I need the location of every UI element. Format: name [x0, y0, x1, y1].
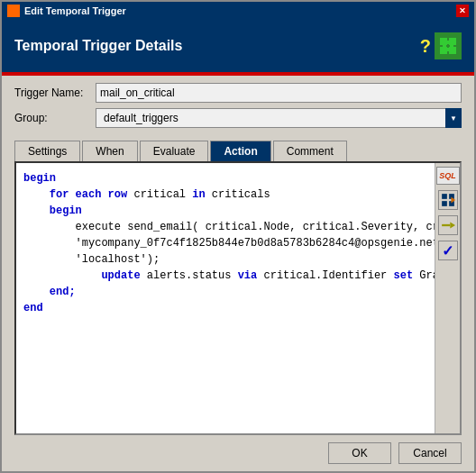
svg-rect-5	[443, 44, 446, 48]
grid-button[interactable]	[438, 190, 458, 210]
group-row: Group: default_triggers	[14, 108, 462, 128]
svg-rect-8	[442, 194, 447, 199]
svg-rect-3	[449, 47, 456, 54]
tab-settings[interactable]: Settings	[14, 141, 80, 161]
close-button[interactable]: ✕	[456, 5, 469, 17]
svg-rect-10	[442, 201, 447, 206]
puzzle-svg	[438, 36, 458, 56]
form-area: Trigger Name: Group: default_triggers	[2, 76, 474, 141]
trigger-name-label: Trigger Name:	[14, 86, 96, 99]
tab-action[interactable]: Action	[210, 141, 270, 161]
svg-marker-14	[450, 223, 455, 229]
svg-rect-0	[440, 38, 447, 45]
group-select-wrapper: default_triggers	[96, 108, 462, 128]
header-title: Temporal Trigger Details	[14, 38, 182, 54]
svg-rect-6	[450, 44, 453, 48]
code-line-2: for each row critical in criticals	[23, 186, 427, 203]
cancel-button[interactable]: Cancel	[398, 442, 462, 464]
checkmark-icon: ✓	[442, 242, 453, 259]
help-icon[interactable]: ?	[420, 36, 431, 57]
window-title: Edit Temporal Trigger	[24, 5, 126, 16]
title-bar-left: Edit Temporal Trigger	[7, 5, 126, 17]
puzzle-icon	[435, 32, 462, 59]
arrow-button[interactable]	[438, 215, 458, 235]
svg-rect-2	[440, 47, 447, 54]
group-select[interactable]: default_triggers	[96, 108, 462, 128]
trigger-name-input[interactable]	[96, 83, 462, 103]
app-icon	[7, 5, 20, 17]
arrow-icon	[441, 218, 455, 232]
main-window: Edit Temporal Trigger ✕ Temporal Trigger…	[0, 0, 476, 473]
sidebar-panel: SQL ✓	[435, 163, 460, 433]
svg-rect-4	[446, 41, 450, 44]
code-line-7: update alerts.status via critical.Identi…	[23, 268, 427, 284]
code-line-8: end;	[23, 284, 427, 300]
svg-rect-13	[442, 224, 450, 226]
svg-rect-7	[446, 48, 450, 51]
tabs-row: Settings When Evaluate Action Comment	[2, 141, 474, 161]
tab-comment[interactable]: Comment	[273, 141, 347, 161]
code-panel[interactable]: begin for each row critical in criticals…	[16, 163, 435, 433]
sql-label: SQL	[439, 171, 456, 180]
check-button[interactable]: ✓	[438, 241, 458, 260]
code-line-9: end	[23, 300, 427, 316]
content-area: begin for each row critical in criticals…	[14, 161, 462, 435]
tab-evaluate[interactable]: Evaluate	[140, 141, 209, 161]
code-line-3: begin	[23, 203, 427, 219]
code-line-4: execute send_email( critical.Node, criti…	[23, 219, 427, 235]
title-bar: Edit Temporal Trigger ✕	[2, 2, 474, 20]
code-line-1: begin	[23, 170, 427, 186]
code-line-6: 'localhost');	[23, 251, 427, 268]
ok-button[interactable]: OK	[328, 442, 391, 464]
tab-when[interactable]: When	[82, 141, 137, 161]
grid-icon	[441, 193, 455, 207]
sql-button[interactable]: SQL	[436, 167, 460, 185]
trigger-name-row: Trigger Name:	[14, 83, 462, 103]
group-label: Group:	[14, 112, 96, 124]
footer: OK Cancel	[2, 435, 474, 471]
svg-rect-1	[449, 38, 456, 45]
code-line-5: 'mycompany_0f7c4f1825b844e7b0d8a5783b628…	[23, 235, 427, 251]
header-banner: Temporal Trigger Details ?	[2, 20, 474, 72]
